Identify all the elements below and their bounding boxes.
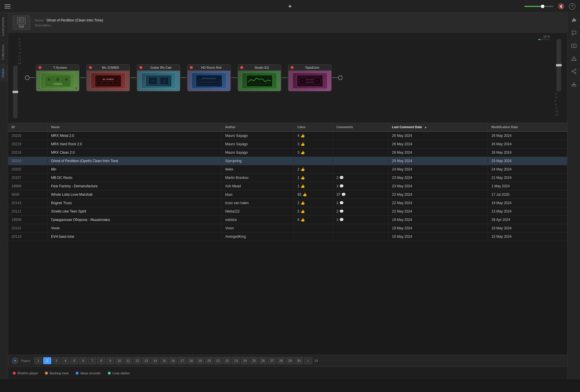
input-volume-slider[interactable] — [13, 66, 18, 118]
page-button-19[interactable]: 19 — [196, 357, 204, 364]
plugin-ircab[interactable]: Guitar IRs Cab — [137, 64, 180, 91]
svg-point-23 — [163, 80, 166, 82]
page-button-2[interactable]: 2 — [43, 357, 51, 364]
plugin-studioeq-active-dot[interactable] — [240, 66, 243, 69]
table-row[interactable]: 20220 MRX Metal 2.0 Mauro Sayago 4 👍 26 … — [8, 131, 567, 140]
table-row[interactable]: 9936 Whole Lotta Love-Marshall ktaxi 65 … — [8, 190, 567, 199]
sidebar-tab-local-presets[interactable]: Local presets — [0, 13, 8, 40]
table-row[interactable]: 20141 Vivon Vivon 19 May 2024 19 May 202… — [8, 224, 567, 233]
col-author[interactable]: Author — [221, 123, 294, 131]
page-button-7[interactable]: 7 — [88, 357, 96, 364]
col-modification[interactable]: Modification Date — [488, 123, 567, 131]
comment-icon[interactable] — [570, 29, 578, 37]
page-button-6[interactable]: 6 — [79, 357, 87, 364]
col-likes[interactable]: Likes — [294, 123, 333, 131]
volume-control[interactable] — [524, 6, 553, 7]
col-last-comment[interactable]: Last Comment Date ▲ — [388, 123, 488, 131]
plugin-studioeq[interactable]: Studio EQ — [238, 64, 281, 91]
preset-edit-button[interactable]: Edit — [13, 16, 30, 30]
output-volume-slider[interactable] — [557, 39, 561, 91]
plugin-tapeecho[interactable]: TapeEcho — [288, 64, 332, 91]
plugin-jcm800-active-dot[interactable] — [89, 66, 92, 69]
hamburger-menu[interactable] — [5, 4, 10, 8]
loop-station-label: Loop station — [112, 371, 130, 375]
volume-track[interactable] — [524, 6, 553, 7]
cell-id: 20218 — [8, 148, 48, 157]
page-button-11[interactable]: 11 — [124, 357, 132, 364]
cell-author: ktaxi — [221, 190, 294, 199]
cell-last-comment: 19 May 2024 — [388, 216, 488, 224]
table-row[interactable]: 20143 Bogner Truss truss van halen 2 👍 1… — [8, 199, 567, 207]
page-button-28[interactable]: 28 — [277, 357, 285, 364]
bottom-ideas-recorder[interactable]: Ideas recorder — [76, 371, 101, 375]
loop-station-dot — [108, 372, 111, 375]
page-button-29[interactable]: 29 — [286, 357, 294, 364]
cell-name: Vivon — [48, 224, 222, 233]
mute-button[interactable]: 🔇 — [558, 3, 564, 10]
table-row[interactable]: 20218 MRX Clean 2.0 Mauro Sayago 3 👍 26 … — [8, 148, 567, 157]
like-icon[interactable] — [570, 16, 578, 24]
table-row[interactable]: 20219 MRX Hard Rock 2.0 Mauro Sayago 3 👍… — [8, 140, 567, 148]
like-count: 3 👍 — [297, 209, 329, 213]
sidebar-tab-collections[interactable]: Collections — [0, 40, 8, 64]
left-input-meter: +6 +3 +3 0 -6 -12 -24 -inf — [8, 35, 23, 120]
bottom-backing-track[interactable]: Backing track — [45, 371, 69, 375]
col-id[interactable]: ID — [8, 123, 48, 131]
page-button-20[interactable]: 20 — [205, 357, 213, 364]
help-button[interactable]: ? — [569, 3, 575, 10]
page-button-3[interactable]: 3 — [52, 357, 60, 364]
plugin-tapeecho-active-dot[interactable] — [291, 66, 294, 69]
plugin-hdroom-active-dot[interactable] — [190, 66, 193, 69]
warning-icon[interactable] — [570, 55, 578, 63]
download-icon[interactable] — [570, 80, 578, 88]
output-volume-thumb[interactable] — [556, 64, 562, 66]
table-row[interactable]: 20202 tilin Ileike 2 👍 24 May 2024 24 Ma… — [8, 165, 567, 174]
page-button-8[interactable]: 8 — [97, 357, 105, 364]
plugin-ircab-active-dot[interactable] — [139, 66, 142, 69]
volume-thumb[interactable] — [541, 5, 544, 8]
page-button-18[interactable]: 18 — [187, 357, 195, 364]
page-button-9[interactable]: 9 — [106, 357, 114, 364]
page-button-24[interactable]: 24 — [241, 357, 249, 364]
share-icon[interactable] — [570, 67, 578, 75]
plugin-hdroom[interactable]: HD Room Rvb HD Room Reverb — [187, 64, 231, 91]
page-button-21[interactable]: 21 — [214, 357, 222, 364]
table-row[interactable]: 20157 MB DC Recto Martin Brankov 1 👍 2 💬… — [8, 174, 567, 182]
page-button-4[interactable]: 4 — [61, 357, 69, 364]
page-button-14[interactable]: 14 — [151, 357, 159, 364]
sidebar-tab-online[interactable]: Online — [0, 64, 8, 82]
like-count: 6 👍 — [297, 218, 329, 222]
cell-likes: 2 👍 — [294, 199, 333, 207]
next-page-button[interactable]: › — [304, 357, 312, 364]
plugin-tscream-active-dot[interactable] — [39, 66, 41, 69]
page-button-16[interactable]: 16 — [169, 357, 177, 364]
table-row[interactable]: 19958 Гражданская Оборона - Мышеловка so… — [8, 216, 567, 224]
table-row[interactable]: 20111 Smells Like Teen Spirit Nikita222 … — [8, 207, 567, 216]
plugin-tscream[interactable]: T-Scream T-SCREAM — [36, 64, 79, 91]
page-button-30[interactable]: 30 — [295, 357, 303, 364]
page-button-26[interactable]: 26 — [259, 357, 267, 364]
bottom-rhythm-player[interactable]: Rhythm player — [13, 371, 38, 375]
table-row[interactable]: 19969 Fear Factory - Demanufacture Ash M… — [8, 182, 567, 190]
page-button-12[interactable]: 12 — [133, 357, 141, 364]
page-button-1[interactable]: 1 — [34, 357, 42, 364]
page-button-23[interactable]: 23 — [232, 357, 240, 364]
cell-name: EVH bass tone — [48, 233, 222, 241]
page-button-15[interactable]: 15 — [160, 357, 168, 364]
page-button-5[interactable]: 5 — [70, 357, 78, 364]
page-button-27[interactable]: 27 — [268, 357, 276, 364]
col-name[interactable]: Name — [48, 123, 222, 131]
page-button-10[interactable]: 10 — [115, 357, 123, 364]
page-button-17[interactable]: 17 — [178, 357, 186, 364]
page-button-25[interactable]: 25 — [250, 357, 258, 364]
plugin-jcm800[interactable]: Ms JCM800 Ms JCM800 — [86, 64, 130, 91]
page-button-13[interactable]: 13 — [142, 357, 150, 364]
table-row[interactable]: 20119 EVH bass tone AvengedKing 15 May 2… — [8, 233, 567, 241]
table-row[interactable]: 20210 Ghost of Perdition (Opeth) Clean I… — [8, 157, 567, 165]
play-video-icon[interactable] — [570, 42, 578, 50]
comment-count: 1 💬 — [337, 184, 385, 188]
bottom-loop-station[interactable]: Loop station — [108, 371, 130, 375]
input-volume-thumb[interactable] — [12, 91, 18, 93]
page-button-22[interactable]: 22 — [223, 357, 231, 364]
col-comments[interactable]: Comments — [333, 123, 388, 131]
